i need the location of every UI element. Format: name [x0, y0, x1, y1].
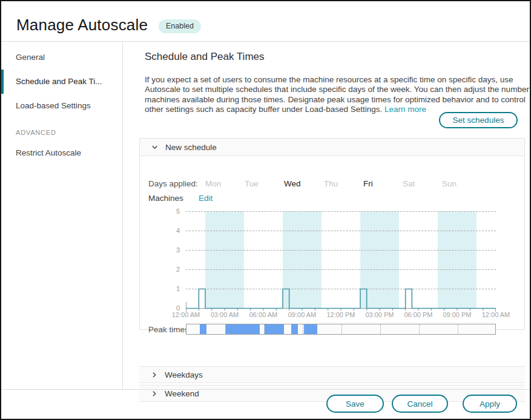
y-tick-label-1: 1 — [164, 285, 180, 292]
enabled-status-badge: Enabled — [159, 19, 201, 33]
y-tick-label-5: 5 — [164, 208, 180, 215]
cancel-button[interactable]: Cancel — [392, 395, 448, 413]
edit-machines-link[interactable]: Edit — [199, 194, 213, 203]
sidebar-item-schedule-and-peak-times[interactable]: Schedule and Peak Ti... — [16, 77, 102, 86]
section-description: If you expect a set of users to consume … — [145, 75, 531, 115]
new-schedule-body: Days applied: MonTueWedThuFriSatSun Mach… — [140, 156, 524, 329]
apply-button[interactable]: Apply — [463, 395, 517, 413]
peak-segment-2 — [225, 324, 260, 334]
accordion-header-new-schedule[interactable]: New schedule — [140, 139, 524, 156]
peak-bar-separator-3h — [225, 324, 226, 334]
y-tick-label-2: 2 — [164, 266, 180, 273]
x-tick-label-0: 12:00 AM — [167, 311, 205, 318]
y-tick-label-3: 3 — [164, 246, 180, 254]
header-divider — [1, 41, 531, 42]
footer-divider — [1, 389, 531, 390]
day-tue: Tue — [245, 179, 259, 188]
peak-bar-separator-12h — [341, 324, 342, 334]
sidebar-item-load-based-settings[interactable]: Load-based Settings — [16, 101, 91, 110]
day-sat: Sat — [403, 179, 415, 188]
sidebar-section-advanced: ADVANCED — [16, 129, 56, 136]
page-title: Manage Autoscale — [16, 16, 148, 34]
machines-label: Machines — [148, 194, 183, 203]
manage-autoscale-dialog: Manage Autoscale Enabled General Schedul… — [0, 0, 531, 420]
peak-times-bar — [186, 324, 496, 335]
day-wed: Wed — [284, 179, 301, 188]
peak-times-label: Peak times — [148, 325, 189, 334]
x-tick-label-7: 09:00 PM — [438, 311, 477, 318]
accordion-title: Weekend — [165, 389, 199, 398]
x-tick-label-3: 09:00 AM — [283, 311, 322, 318]
set-schedules-button[interactable]: Set schedules — [439, 112, 518, 128]
peak-segment-4 — [291, 324, 298, 334]
sidebar-divider — [122, 42, 123, 389]
day-mon: Mon — [205, 179, 221, 188]
peak-bar-separator-18h — [419, 324, 420, 334]
learn-more-link[interactable]: Learn more — [384, 105, 426, 114]
machines-step-line — [186, 211, 496, 314]
peak-segment-3 — [265, 324, 284, 334]
chevron-right-icon — [150, 371, 158, 379]
peak-bar-separator-6h — [264, 324, 265, 334]
selected-item-indicator — [1, 70, 4, 94]
day-sun: Sun — [442, 179, 457, 188]
y-tick-label-4: 4 — [164, 227, 180, 234]
day-thu: Thu — [324, 179, 338, 188]
chevron-down-icon — [151, 143, 159, 151]
peak-segment-5 — [304, 324, 317, 334]
accordion-title: Weekdays — [165, 370, 203, 379]
schedules-accordion: New schedule Days applied: MonTueWedThuF… — [139, 138, 525, 330]
x-tick-label-2: 06:00 AM — [244, 311, 283, 318]
accordion-title: New schedule — [165, 143, 217, 152]
peak-bar-separator-15h — [380, 324, 381, 334]
day-fri: Fri — [363, 179, 373, 188]
accordion-header-weekdays[interactable]: Weekdays — [139, 366, 525, 383]
sidebar-item-restrict-autoscale[interactable]: Restrict Autoscale — [16, 148, 81, 157]
chevron-right-icon — [150, 390, 158, 398]
sidebar-item-general[interactable]: General — [16, 53, 45, 62]
schedule-chart-plot — [186, 211, 496, 308]
section-heading: Schedule and Peak Times — [145, 51, 265, 63]
x-tick-label-1: 03:00 AM — [205, 311, 244, 318]
peak-bar-separator-21h — [458, 324, 458, 334]
days-applied-label: Days applied: — [148, 179, 198, 188]
x-tick-label-6: 06:00 PM — [399, 311, 438, 318]
peak-bar-separator-9h — [303, 324, 303, 334]
peak-segment-1 — [200, 324, 206, 334]
x-tick-label-5: 03:00 PM — [360, 311, 399, 318]
save-button[interactable]: Save — [326, 395, 384, 413]
description-text: If you expect a set of users to consume … — [145, 75, 531, 114]
x-tick-label-4: 12:00 PM — [322, 311, 360, 318]
x-tick-label-8: 12:00 AM — [477, 311, 515, 318]
